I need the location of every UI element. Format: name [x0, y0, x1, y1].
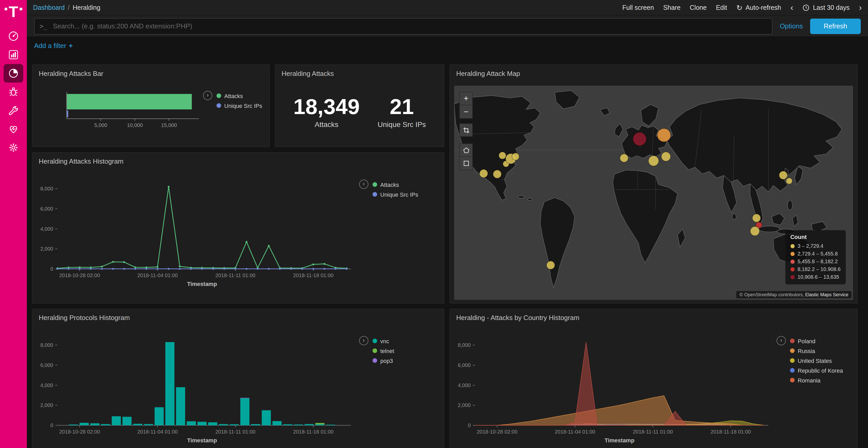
- map-fit-bounds-button[interactable]: [459, 123, 473, 137]
- attack-marker[interactable]: [547, 261, 555, 269]
- auto-refresh-label: Auto-refresh: [746, 4, 781, 11]
- map-count-legend: Count 3 – 2,729.42,729.4 – 5,455.85,455.…: [785, 230, 846, 284]
- legend-list: AttacksUnique Src IPs: [373, 180, 418, 199]
- legend-item[interactable]: pop3: [373, 356, 394, 366]
- legend-item[interactable]: telnet: [373, 346, 394, 356]
- share-button[interactable]: Share: [663, 4, 680, 11]
- map-zoom-out-button[interactable]: −: [459, 105, 473, 119]
- legend-item[interactable]: Attacks: [373, 180, 418, 189]
- map-legend-title: Count: [790, 234, 841, 240]
- legend-label: Attacks: [224, 93, 243, 99]
- attack-marker[interactable]: [786, 178, 792, 184]
- telekom-logo[interactable]: T: [5, 5, 22, 18]
- sidebar-item-gear[interactable]: [4, 138, 23, 157]
- legend-item[interactable]: Romania: [790, 375, 843, 385]
- svg-text:2,000: 2,000: [40, 246, 53, 252]
- world-map-canvas[interactable]: + −: [454, 86, 853, 300]
- svg-text:2018-11-11 01:00: 2018-11-11 01:00: [633, 429, 673, 435]
- map-draw-polygon-button[interactable]: [459, 143, 473, 157]
- legend-item[interactable]: vnc: [373, 336, 394, 346]
- map-legend-item[interactable]: 8,182.2 – 10,908.6: [790, 265, 841, 273]
- time-range-label: Last 30 days: [813, 4, 850, 11]
- sidebar-item-bug[interactable]: [4, 82, 23, 101]
- legend-color-dot: [790, 378, 795, 382]
- legend-collapse-icon[interactable]: ›: [777, 336, 786, 345]
- attack-marker[interactable]: [493, 170, 501, 178]
- attack-marker[interactable]: [648, 156, 659, 166]
- legend-item[interactable]: Russia: [790, 346, 843, 356]
- legend-label: Unique Src IPs: [380, 191, 418, 198]
- sidebar-item-wrench[interactable]: [4, 101, 23, 119]
- legend-label: pop3: [380, 357, 393, 364]
- legend-item[interactable]: Republic of Korea: [790, 366, 843, 375]
- legend-collapse-icon[interactable]: ›: [203, 91, 212, 100]
- search-box[interactable]: >_: [34, 18, 772, 34]
- attack-marker[interactable]: [657, 129, 671, 142]
- map-legend-item[interactable]: 3 – 2,729.4: [790, 242, 841, 250]
- edit-button[interactable]: Edit: [716, 4, 727, 11]
- map-legend-color-dot: [790, 252, 795, 256]
- clone-button[interactable]: Clone: [690, 4, 707, 11]
- auto-refresh-button[interactable]: ↻ Auto-refresh: [737, 3, 781, 12]
- attack-marker[interactable]: [499, 152, 506, 159]
- attack-marker[interactable]: [620, 154, 628, 162]
- legend-color-dot: [790, 368, 795, 373]
- time-forward-chevron-icon[interactable]: ›: [859, 3, 862, 12]
- sidebar-item-pie-chart[interactable]: [4, 64, 23, 82]
- legend-item[interactable]: Poland: [790, 336, 843, 346]
- map-legend-color-dot: [790, 244, 795, 248]
- map-legend-item[interactable]: 2,729.4 – 5,455.8: [790, 250, 841, 257]
- map-legend-range: 5,455.8 – 8,182.2: [798, 259, 838, 264]
- sidebar-item-heartbeat[interactable]: [4, 119, 23, 138]
- map-legend-color-dot: [790, 260, 795, 264]
- attack-marker[interactable]: [479, 169, 488, 177]
- legend-label: United States: [798, 357, 832, 364]
- osm-attribution[interactable]: © OpenStreetMap contributors,: [740, 292, 804, 297]
- map-zoom-in-button[interactable]: +: [459, 92, 473, 105]
- legend-item[interactable]: Unique Src IPs: [373, 189, 418, 199]
- legend-collapse-icon[interactable]: ›: [359, 180, 368, 189]
- svg-text:2018-11-11 01:00: 2018-11-11 01:00: [215, 273, 255, 278]
- attack-marker[interactable]: [779, 171, 787, 179]
- refresh-button[interactable]: Refresh: [810, 18, 861, 34]
- add-filter-plus-icon[interactable]: +: [69, 42, 72, 49]
- options-link[interactable]: Options: [780, 22, 803, 30]
- attack-marker[interactable]: [661, 152, 671, 161]
- legend-item[interactable]: Attacks: [216, 91, 262, 101]
- map-legend-rows: 3 – 2,729.42,729.4 – 5,455.85,455.8 – 8,…: [790, 242, 841, 281]
- svg-text:2018-11-11 01:00: 2018-11-11 01:00: [215, 429, 255, 435]
- map-legend-item[interactable]: 5,455.8 – 8,182.2: [790, 257, 841, 265]
- legend-label: Poland: [798, 338, 815, 344]
- svg-text:2018-10-28 02:00: 2018-10-28 02:00: [59, 429, 100, 435]
- legend-item[interactable]: Unique Src IPs: [216, 101, 262, 110]
- legend-collapse-icon[interactable]: ›: [359, 336, 368, 345]
- attack-marker[interactable]: [633, 132, 646, 146]
- time-range-picker[interactable]: Last 30 days: [803, 4, 850, 11]
- panel-heralding-attack-map: Heralding Attack Map: [450, 65, 858, 304]
- breadcrumb-dashboard-link[interactable]: Dashboard: [33, 4, 65, 11]
- sidebar-item-bar-chart[interactable]: [4, 45, 23, 64]
- map-legend-range: 8,182.2 – 10,908.6: [798, 266, 841, 272]
- svg-text:0: 0: [51, 422, 53, 428]
- sidebar-item-gauge[interactable]: [4, 27, 23, 45]
- legend-label: vnc: [380, 338, 389, 344]
- legend-label: Republic of Korea: [798, 367, 843, 373]
- svg-text:2018-11-04 01:00: 2018-11-04 01:00: [137, 429, 178, 435]
- search-input[interactable]: [52, 22, 767, 30]
- attack-marker[interactable]: [752, 214, 761, 222]
- add-filter-link[interactable]: Add a filter: [34, 42, 66, 49]
- metric-label: Unique Src IPs: [378, 120, 426, 129]
- attack-marker[interactable]: [750, 227, 760, 236]
- time-back-chevron-icon[interactable]: ‹: [790, 3, 793, 12]
- attack-marker[interactable]: [512, 153, 519, 160]
- square-icon: [462, 160, 470, 167]
- svg-text:10,000: 10,000: [127, 122, 143, 128]
- map-draw-bounds-button[interactable]: [459, 157, 473, 170]
- chart-legend: ›AttacksUnique Src IPs: [203, 91, 262, 110]
- svg-text:2018-10-28 02:00: 2018-10-28 02:00: [476, 429, 518, 435]
- map-legend-item[interactable]: 10,908.6 – 13,635: [790, 273, 841, 281]
- svg-text:2018-11-18 01:00: 2018-11-18 01:00: [293, 429, 334, 435]
- full-screen-button[interactable]: Full screen: [622, 4, 654, 11]
- ems-attribution[interactable]: Elastic Maps Service: [805, 292, 848, 297]
- legend-item[interactable]: United States: [790, 356, 843, 366]
